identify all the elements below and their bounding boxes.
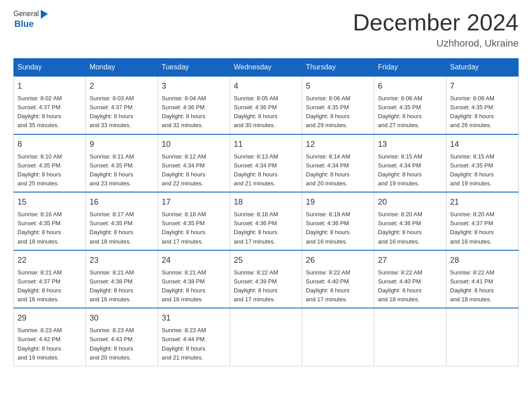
day-number: 15 — [17, 196, 82, 208]
location-subtitle: Uzhhorod, Ukraine — [353, 38, 519, 49]
day-info: Sunrise: 8:21 AMSunset: 4:38 PMDaylight:… — [162, 269, 206, 303]
table-row: 12Sunrise: 8:14 AMSunset: 4:34 PMDayligh… — [302, 134, 374, 193]
table-row: 11Sunrise: 8:13 AMSunset: 4:34 PMDayligh… — [230, 134, 302, 193]
title-section: December 2024 Uzhhorod, Ukraine — [353, 9, 519, 49]
day-number: 5 — [306, 80, 370, 92]
day-info: Sunrise: 8:06 AMSunset: 4:35 PMDaylight:… — [306, 95, 350, 128]
day-info: Sunrise: 8:13 AMSunset: 4:34 PMDaylight:… — [234, 153, 278, 187]
day-info: Sunrise: 8:03 AMSunset: 4:37 PMDaylight:… — [90, 95, 134, 128]
day-number: 14 — [450, 138, 515, 150]
table-row: 25Sunrise: 8:22 AMSunset: 4:39 PMDayligh… — [230, 250, 302, 308]
day-info: Sunrise: 8:21 AMSunset: 4:38 PMDaylight:… — [90, 269, 134, 303]
day-number: 7 — [450, 80, 515, 92]
table-row — [230, 308, 302, 366]
day-info: Sunrise: 8:15 AMSunset: 4:34 PMDaylight:… — [378, 153, 422, 187]
logo-blue-text: Blue — [14, 19, 34, 29]
day-number: 21 — [450, 196, 515, 208]
day-number: 16 — [90, 196, 154, 208]
table-row: 1Sunrise: 8:02 AMSunset: 4:37 PMDaylight… — [14, 76, 86, 134]
day-number: 19 — [306, 196, 370, 208]
table-row: 22Sunrise: 8:21 AMSunset: 4:37 PMDayligh… — [14, 250, 86, 308]
day-number: 22 — [17, 254, 82, 266]
table-row: 27Sunrise: 8:22 AMSunset: 4:40 PMDayligh… — [374, 250, 446, 308]
day-info: Sunrise: 8:11 AMSunset: 4:35 PMDaylight:… — [90, 153, 134, 187]
calendar-week-row: 29Sunrise: 8:23 AMSunset: 4:42 PMDayligh… — [14, 308, 519, 366]
day-number: 27 — [378, 254, 442, 266]
day-info: Sunrise: 8:20 AMSunset: 4:36 PMDaylight:… — [378, 211, 422, 244]
table-row: 4Sunrise: 8:05 AMSunset: 4:36 PMDaylight… — [230, 76, 302, 134]
col-monday: Monday — [86, 59, 158, 77]
table-row: 21Sunrise: 8:20 AMSunset: 4:37 PMDayligh… — [446, 192, 519, 250]
table-row: 31Sunrise: 8:23 AMSunset: 4:44 PMDayligh… — [158, 308, 230, 366]
day-number: 25 — [234, 254, 298, 266]
day-info: Sunrise: 8:21 AMSunset: 4:37 PMDaylight:… — [17, 269, 62, 303]
table-row: 5Sunrise: 8:06 AMSunset: 4:35 PMDaylight… — [302, 76, 374, 134]
table-row: 19Sunrise: 8:19 AMSunset: 4:36 PMDayligh… — [302, 192, 374, 250]
page-header: General Blue December 2024 Uzhhorod, Ukr… — [13, 9, 519, 49]
day-info: Sunrise: 8:17 AMSunset: 4:35 PMDaylight:… — [90, 211, 134, 244]
logo: General Blue — [13, 9, 48, 29]
day-info: Sunrise: 8:05 AMSunset: 4:36 PMDaylight:… — [234, 95, 278, 128]
table-row: 28Sunrise: 8:22 AMSunset: 4:41 PMDayligh… — [446, 250, 519, 308]
table-row: 13Sunrise: 8:15 AMSunset: 4:34 PMDayligh… — [374, 134, 446, 193]
day-number: 23 — [90, 254, 154, 266]
day-number: 12 — [306, 138, 370, 150]
day-number: 11 — [234, 138, 298, 150]
day-info: Sunrise: 8:18 AMSunset: 4:36 PMDaylight:… — [234, 211, 278, 244]
day-info: Sunrise: 8:14 AMSunset: 4:34 PMDaylight:… — [306, 153, 350, 187]
day-info: Sunrise: 8:22 AMSunset: 4:40 PMDaylight:… — [378, 269, 422, 303]
table-row: 18Sunrise: 8:18 AMSunset: 4:36 PMDayligh… — [230, 192, 302, 250]
day-number: 29 — [17, 312, 82, 324]
table-row: 16Sunrise: 8:17 AMSunset: 4:35 PMDayligh… — [86, 192, 158, 250]
day-info: Sunrise: 8:16 AMSunset: 4:35 PMDaylight:… — [17, 211, 62, 244]
table-row: 30Sunrise: 8:23 AMSunset: 4:43 PMDayligh… — [86, 308, 158, 366]
table-row: 6Sunrise: 8:08 AMSunset: 4:35 PMDaylight… — [374, 76, 446, 134]
day-info: Sunrise: 8:04 AMSunset: 4:36 PMDaylight:… — [162, 95, 206, 128]
day-number: 30 — [90, 312, 154, 324]
table-row: 9Sunrise: 8:11 AMSunset: 4:35 PMDaylight… — [86, 134, 158, 193]
calendar-week-row: 8Sunrise: 8:10 AMSunset: 4:35 PMDaylight… — [14, 134, 519, 193]
col-saturday: Saturday — [446, 59, 519, 77]
col-friday: Friday — [374, 59, 446, 77]
day-info: Sunrise: 8:22 AMSunset: 4:40 PMDaylight:… — [306, 269, 350, 303]
day-number: 9 — [90, 138, 154, 150]
day-number: 3 — [162, 80, 226, 92]
day-number: 4 — [234, 80, 298, 92]
calendar-week-row: 22Sunrise: 8:21 AMSunset: 4:37 PMDayligh… — [14, 250, 519, 308]
day-info: Sunrise: 8:15 AMSunset: 4:35 PMDaylight:… — [450, 153, 494, 187]
day-number: 28 — [450, 254, 515, 266]
day-info: Sunrise: 8:20 AMSunset: 4:37 PMDaylight:… — [450, 211, 494, 244]
calendar-week-row: 15Sunrise: 8:16 AMSunset: 4:35 PMDayligh… — [14, 192, 519, 250]
day-number: 1 — [17, 80, 82, 92]
col-thursday: Thursday — [302, 59, 374, 77]
table-row: 15Sunrise: 8:16 AMSunset: 4:35 PMDayligh… — [14, 192, 86, 250]
day-info: Sunrise: 8:23 AMSunset: 4:43 PMDaylight:… — [90, 327, 134, 360]
table-row — [302, 308, 374, 366]
table-row: 8Sunrise: 8:10 AMSunset: 4:35 PMDaylight… — [14, 134, 86, 193]
col-tuesday: Tuesday — [158, 59, 230, 77]
table-row: 10Sunrise: 8:12 AMSunset: 4:34 PMDayligh… — [158, 134, 230, 193]
day-info: Sunrise: 8:10 AMSunset: 4:35 PMDaylight:… — [17, 153, 62, 187]
table-row: 2Sunrise: 8:03 AMSunset: 4:37 PMDaylight… — [86, 76, 158, 134]
month-title: December 2024 — [353, 9, 519, 36]
day-info: Sunrise: 8:09 AMSunset: 4:35 PMDaylight:… — [450, 95, 494, 128]
table-row: 29Sunrise: 8:23 AMSunset: 4:42 PMDayligh… — [14, 308, 86, 366]
day-number: 13 — [378, 138, 442, 150]
table-row: 14Sunrise: 8:15 AMSunset: 4:35 PMDayligh… — [446, 134, 519, 193]
calendar-table: Sunday Monday Tuesday Wednesday Thursday… — [13, 58, 519, 366]
col-sunday: Sunday — [14, 59, 86, 77]
table-row — [374, 308, 446, 366]
table-row: 20Sunrise: 8:20 AMSunset: 4:36 PMDayligh… — [374, 192, 446, 250]
table-row: 17Sunrise: 8:18 AMSunset: 4:35 PMDayligh… — [158, 192, 230, 250]
day-info: Sunrise: 8:22 AMSunset: 4:39 PMDaylight:… — [234, 269, 278, 303]
table-row: 23Sunrise: 8:21 AMSunset: 4:38 PMDayligh… — [86, 250, 158, 308]
day-number: 26 — [306, 254, 370, 266]
svg-marker-0 — [41, 10, 48, 19]
day-info: Sunrise: 8:23 AMSunset: 4:44 PMDaylight:… — [162, 327, 206, 360]
day-number: 2 — [90, 80, 154, 92]
day-info: Sunrise: 8:23 AMSunset: 4:42 PMDaylight:… — [17, 327, 62, 360]
day-info: Sunrise: 8:02 AMSunset: 4:37 PMDaylight:… — [17, 95, 62, 128]
table-row: 3Sunrise: 8:04 AMSunset: 4:36 PMDaylight… — [158, 76, 230, 134]
day-number: 24 — [162, 254, 226, 266]
table-row — [446, 308, 519, 366]
